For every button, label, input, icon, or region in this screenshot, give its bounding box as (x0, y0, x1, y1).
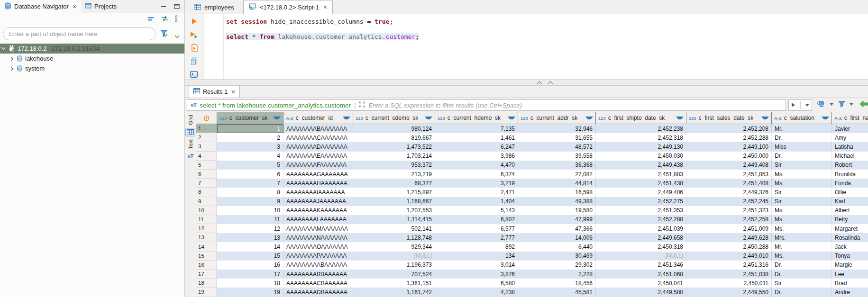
row-number[interactable]: 4 (196, 152, 217, 161)
grid-cell[interactable]: 213,219 (353, 170, 435, 179)
grid-cell[interactable]: 2,450,318 (596, 242, 686, 251)
maximize-icon[interactable] (174, 3, 180, 10)
filter-history-dropdown-icon[interactable] (805, 104, 809, 107)
execute-statement-button[interactable] (189, 17, 199, 26)
grid-cell[interactable]: 2,449,408 (686, 161, 772, 170)
maximize-panel-up-icon[interactable] (546, 80, 555, 85)
grid-cell[interactable]: 10 (217, 206, 283, 215)
grid-cell[interactable]: 11 (217, 215, 283, 224)
grid-cell[interactable]: 1,114,415 (353, 215, 435, 224)
sort-dropdown-icon[interactable] (425, 117, 432, 119)
grid-cell[interactable]: 892 (435, 242, 518, 251)
grid-cell[interactable]: 502,141 (353, 224, 435, 233)
grid-cell[interactable]: Rosalinda (832, 233, 868, 242)
grid-cell[interactable]: 32,946 (518, 124, 596, 133)
row-number[interactable]: 3 (196, 142, 217, 151)
column-header-c_first_shipto_date_sk[interactable]: 123c_first_shipto_date_sk (596, 112, 686, 124)
grid-cell[interactable]: 9 (217, 197, 283, 206)
grid-cell[interactable]: 2,449,438 (596, 161, 686, 170)
grid-cell[interactable]: AAAAAAAAHAAAAAAA (283, 179, 353, 188)
grid-cell[interactable]: 1,168,667 (353, 197, 435, 206)
grid-cell[interactable]: 3,876 (435, 270, 518, 279)
grid-cell[interactable]: 2,449,376 (686, 188, 772, 197)
row-number[interactable]: 14 (196, 242, 217, 251)
column-header-c_customer_id[interactable]: A-Zc_customer_id (283, 112, 353, 124)
row-number[interactable]: 16 (196, 261, 217, 270)
grid-cell[interactable]: 3 (217, 142, 283, 151)
grid-cell[interactable]: 13 (217, 233, 283, 242)
execute-script-button[interactable] (189, 44, 199, 52)
grid-cell[interactable]: 2,777 (435, 233, 518, 242)
tree-item-connection[interactable]: 172.18.0.2 172.18.0.2:31604 (0, 44, 184, 54)
grid-cell[interactable]: 953,372 (353, 161, 435, 170)
grid-cell[interactable]: 18 (217, 279, 283, 288)
grid-cell[interactable]: Latisha (832, 142, 868, 151)
grid-cell[interactable]: Dr. (772, 133, 832, 142)
sort-dropdown-icon[interactable] (585, 117, 593, 119)
result-filter-input[interactable]: «T select * from lakehouse.customer_anal… (187, 99, 786, 111)
grid-cell[interactable]: 49,388 (518, 197, 596, 206)
grid-cell[interactable]: Ms. (772, 170, 832, 179)
grid-cell[interactable]: 5 (217, 161, 283, 170)
grid-cell[interactable]: 68,377 (353, 179, 435, 188)
expander-collapsed-icon[interactable] (9, 66, 15, 71)
tab-projects[interactable]: Projects (81, 0, 121, 13)
grid-cell[interactable]: Ollie (832, 188, 868, 197)
column-header-c_first_sales_date_sk[interactable]: 123c_first_sales_date_sk (686, 112, 772, 124)
grid-cell[interactable]: 1,703,214 (353, 152, 435, 161)
grid-cell[interactable]: 134 (435, 252, 518, 261)
row-number[interactable]: 17 (196, 270, 217, 279)
grid-cell[interactable]: 2,471 (435, 188, 518, 197)
grid-cell[interactable]: 2,449,100 (686, 142, 772, 151)
grid-cell[interactable]: 2,452,238 (596, 124, 686, 133)
row-number[interactable]: 5 (196, 161, 217, 170)
grid-cell[interactable]: 6,577 (435, 224, 518, 233)
grid-cell[interactable]: 2,449,658 (596, 233, 686, 242)
grid-cell[interactable]: 1,128,748 (353, 233, 435, 242)
tab-database-navigator[interactable]: Database Navigator × (0, 0, 81, 13)
grid-cell[interactable]: Karl (832, 197, 868, 206)
grid-cell[interactable]: 5,143 (435, 206, 518, 215)
grid-cell[interactable]: AAAAAAAAOAAAAAAA (283, 242, 353, 251)
grid-cell[interactable]: AAAAAAAABBAAAAAA (283, 270, 353, 279)
grid-cell[interactable]: 2,449,550 (686, 288, 772, 297)
row-number[interactable]: 1 (196, 124, 217, 133)
grid-cell[interactable]: 4 (217, 152, 283, 161)
grid-cell[interactable]: 3,986 (435, 152, 518, 161)
row-number[interactable]: 8 (196, 188, 217, 197)
grid-cell[interactable]: Amy (832, 133, 868, 142)
grid-cell[interactable]: 8 (217, 188, 283, 197)
grid-cell[interactable]: AAAAAAAAEAAAAAAA (283, 152, 353, 161)
grid-cell[interactable]: 47,366 (518, 224, 596, 233)
grid-cell[interactable]: 6,580 (435, 279, 518, 288)
tab-results-1[interactable]: Results 1 × (189, 86, 240, 98)
grid-cell[interactable]: Michael (832, 152, 868, 161)
grid-cell[interactable]: 1,196,373 (353, 261, 435, 270)
grid-cell[interactable]: 16 (217, 261, 283, 270)
grid-cell[interactable]: 14 (217, 242, 283, 251)
maximize-panel-up-icon[interactable] (535, 80, 544, 85)
grid-cell[interactable]: Margie (832, 261, 868, 270)
grid-cell[interactable]: 2,451,408 (686, 179, 772, 188)
grid-cell[interactable]: AAAAAAAAABAAAAAA (283, 261, 353, 270)
collapse-all-icon[interactable] (148, 16, 155, 23)
grid-cell[interactable]: Ms. (772, 252, 832, 261)
grid-cell[interactable]: 2,451,353 (596, 206, 686, 215)
result-filter-funnel-icon[interactable] (838, 101, 845, 109)
grid-cell[interactable]: AAAAAAAAGAAAAAAA (283, 170, 353, 179)
grid-cell[interactable]: 2,452,288 (686, 133, 772, 142)
grid-cell[interactable]: 31,655 (518, 133, 596, 142)
grid-cell[interactable]: AAAAAAAACBAAAAAA (283, 279, 353, 288)
grid-cell[interactable]: 2,228 (518, 270, 596, 279)
sort-dropdown-icon[interactable] (822, 117, 829, 119)
grid-cell[interactable]: Lee (832, 270, 868, 279)
grid-cell[interactable]: AAAAAAAADBAAAAAA (283, 288, 353, 297)
tree-item-system[interactable]: system (0, 63, 184, 73)
apply-filter-play-icon[interactable] (791, 102, 795, 109)
funnel-dropdown-icon[interactable] (850, 103, 853, 106)
grid-cell[interactable]: 2,450,288 (686, 242, 772, 251)
grid-cell[interactable]: 12 (217, 224, 283, 233)
erase-dropdown-icon[interactable] (830, 103, 833, 106)
grid-cell[interactable]: 17 (217, 270, 283, 279)
grid-cell[interactable]: Fonda (832, 179, 868, 188)
